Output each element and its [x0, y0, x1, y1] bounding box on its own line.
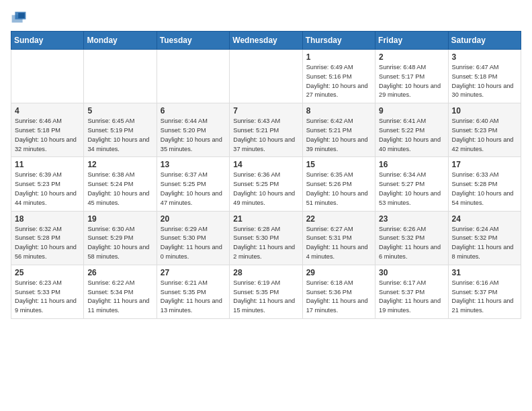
calendar-cell: 13 Sunrise: 6:37 AM Sunset: 5:25 PM Dayl… — [157, 157, 229, 211]
weekday-header: Thursday — [302, 32, 375, 50]
day-number: 9 — [379, 106, 444, 116]
sunrise: Sunrise: 6:26 AM — [379, 226, 426, 232]
sunrise: Sunrise: 6:17 AM — [379, 279, 426, 286]
calendar-cell — [230, 50, 302, 103]
daylight: Daylight: 10 hours and 58 minutes. — [87, 244, 149, 260]
calendar-cell: 1 Sunrise: 6:49 AM Sunset: 5:16 PM Dayli… — [302, 50, 375, 103]
daylight: Daylight: 11 hours and 15 minutes. — [233, 298, 295, 314]
calendar-cell: 23 Sunrise: 6:26 AM Sunset: 5:32 PM Dayl… — [375, 211, 448, 265]
calendar-cell: 4 Sunrise: 6:46 AM Sunset: 5:18 PM Dayli… — [11, 103, 84, 157]
sunrise: Sunrise: 6:38 AM — [87, 171, 134, 178]
day-info: Sunrise: 6:48 AM Sunset: 5:17 PM Dayligh… — [379, 63, 444, 100]
daylight: Daylight: 10 hours and 47 minutes. — [161, 190, 222, 206]
sunset: Sunset: 5:24 PM — [87, 181, 133, 187]
sunset: Sunset: 5:25 PM — [233, 181, 279, 187]
day-info: Sunrise: 6:42 AM Sunset: 5:21 PM Dayligh… — [306, 117, 371, 154]
logo — [11, 11, 30, 24]
day-info: Sunrise: 6:47 AM Sunset: 5:18 PM Dayligh… — [452, 63, 517, 100]
calendar-cell: 6 Sunrise: 6:44 AM Sunset: 5:20 PM Dayli… — [157, 103, 229, 157]
sunrise: Sunrise: 6:35 AM — [306, 171, 353, 178]
daylight: Daylight: 11 hours and 8 minutes. — [452, 244, 514, 260]
sunrise: Sunrise: 6:24 AM — [452, 226, 499, 232]
day-number: 18 — [15, 214, 80, 224]
day-info: Sunrise: 6:17 AM Sunset: 5:37 PM Dayligh… — [379, 279, 444, 316]
day-info: Sunrise: 6:24 AM Sunset: 5:32 PM Dayligh… — [452, 225, 517, 262]
daylight: Daylight: 10 hours and 45 minutes. — [87, 190, 149, 206]
daylight: Daylight: 11 hours and 4 minutes. — [306, 244, 368, 260]
sunset: Sunset: 5:18 PM — [15, 127, 60, 134]
weekday-header: Wednesday — [230, 32, 302, 50]
weekday-header: Monday — [84, 32, 157, 50]
sunset: Sunset: 5:28 PM — [452, 181, 498, 187]
day-info: Sunrise: 6:30 AM Sunset: 5:29 PM Dayligh… — [87, 225, 152, 262]
day-info: Sunrise: 6:36 AM Sunset: 5:25 PM Dayligh… — [233, 171, 298, 208]
day-info: Sunrise: 6:28 AM Sunset: 5:30 PM Dayligh… — [233, 225, 298, 262]
daylight: Daylight: 10 hours and 44 minutes. — [15, 190, 77, 206]
day-number: 8 — [306, 106, 371, 116]
daylight: Daylight: 10 hours and 39 minutes. — [306, 136, 368, 152]
weekday-header: Sunday — [11, 32, 84, 50]
day-info: Sunrise: 6:21 AM Sunset: 5:35 PM Dayligh… — [161, 279, 226, 316]
day-number: 27 — [161, 268, 226, 277]
sunset: Sunset: 5:31 PM — [306, 234, 352, 241]
calendar-week-row: 1 Sunrise: 6:49 AM Sunset: 5:16 PM Dayli… — [11, 50, 521, 103]
page-header — [11, 11, 521, 24]
sunrise: Sunrise: 6:46 AM — [15, 118, 62, 124]
day-info: Sunrise: 6:44 AM Sunset: 5:20 PM Dayligh… — [161, 117, 226, 154]
day-info: Sunrise: 6:23 AM Sunset: 5:33 PM Dayligh… — [15, 279, 80, 316]
sunset: Sunset: 5:16 PM — [306, 73, 352, 80]
calendar-cell: 3 Sunrise: 6:47 AM Sunset: 5:18 PM Dayli… — [448, 50, 521, 103]
day-info: Sunrise: 6:19 AM Sunset: 5:35 PM Dayligh… — [233, 279, 298, 316]
day-info: Sunrise: 6:35 AM Sunset: 5:26 PM Dayligh… — [306, 171, 371, 208]
sunset: Sunset: 5:18 PM — [452, 73, 498, 80]
calendar-cell — [157, 50, 229, 103]
calendar-cell: 7 Sunrise: 6:43 AM Sunset: 5:21 PM Dayli… — [230, 103, 302, 157]
daylight: Daylight: 11 hours and 6 minutes. — [379, 244, 441, 260]
daylight: Daylight: 10 hours and 29 minutes. — [379, 83, 441, 99]
daylight: Daylight: 10 hours and 56 minutes. — [15, 244, 77, 260]
sunrise: Sunrise: 6:41 AM — [379, 118, 426, 124]
calendar-cell: 12 Sunrise: 6:38 AM Sunset: 5:24 PM Dayl… — [84, 157, 157, 211]
sunset: Sunset: 5:35 PM — [161, 289, 206, 295]
daylight: Daylight: 11 hours and 11 minutes. — [87, 298, 149, 314]
sunset: Sunset: 5:27 PM — [379, 181, 425, 187]
daylight: Daylight: 10 hours and 42 minutes. — [452, 136, 514, 152]
daylight: Daylight: 10 hours and 30 minutes. — [452, 83, 514, 99]
day-number: 15 — [306, 160, 371, 169]
calendar-cell: 17 Sunrise: 6:33 AM Sunset: 5:28 PM Dayl… — [448, 157, 521, 211]
calendar-cell: 20 Sunrise: 6:29 AM Sunset: 5:30 PM Dayl… — [157, 211, 229, 265]
sunset: Sunset: 5:37 PM — [452, 289, 498, 295]
sunset: Sunset: 5:35 PM — [233, 289, 279, 295]
sunset: Sunset: 5:28 PM — [15, 234, 60, 241]
daylight: Daylight: 10 hours and 54 minutes. — [452, 190, 514, 206]
daylight: Daylight: 11 hours and 9 minutes. — [15, 298, 77, 314]
day-info: Sunrise: 6:33 AM Sunset: 5:28 PM Dayligh… — [452, 171, 517, 208]
daylight: Daylight: 11 hours and 17 minutes. — [306, 298, 368, 314]
sunrise: Sunrise: 6:48 AM — [379, 64, 426, 71]
weekday-header: Friday — [375, 32, 448, 50]
day-number: 29 — [306, 268, 371, 277]
day-info: Sunrise: 6:22 AM Sunset: 5:34 PM Dayligh… — [87, 279, 152, 316]
sunrise: Sunrise: 6:49 AM — [306, 64, 353, 71]
day-number: 31 — [452, 268, 517, 277]
daylight: Daylight: 10 hours and 35 minutes. — [161, 136, 222, 152]
calendar-cell: 22 Sunrise: 6:27 AM Sunset: 5:31 PM Dayl… — [302, 211, 375, 265]
calendar-week-row: 11 Sunrise: 6:39 AM Sunset: 5:23 PM Dayl… — [11, 157, 521, 211]
sunrise: Sunrise: 6:33 AM — [452, 171, 499, 178]
sunrise: Sunrise: 6:19 AM — [233, 279, 280, 286]
day-number: 21 — [233, 214, 298, 224]
daylight: Daylight: 10 hours and 27 minutes. — [306, 83, 368, 99]
day-number: 7 — [233, 106, 298, 116]
logo-icon — [11, 11, 27, 24]
sunrise: Sunrise: 6:43 AM — [233, 118, 280, 124]
svg-marker-2 — [18, 13, 25, 18]
daylight: Daylight: 10 hours and 49 minutes. — [233, 190, 295, 206]
calendar-cell: 16 Sunrise: 6:34 AM Sunset: 5:27 PM Dayl… — [375, 157, 448, 211]
daylight: Daylight: 10 hours and 37 minutes. — [233, 136, 295, 152]
sunset: Sunset: 5:34 PM — [87, 289, 133, 295]
day-number: 28 — [233, 268, 298, 277]
day-number: 4 — [15, 106, 80, 116]
day-number: 3 — [452, 52, 517, 62]
sunset: Sunset: 5:29 PM — [87, 234, 133, 241]
daylight: Daylight: 10 hours and 34 minutes. — [87, 136, 149, 152]
